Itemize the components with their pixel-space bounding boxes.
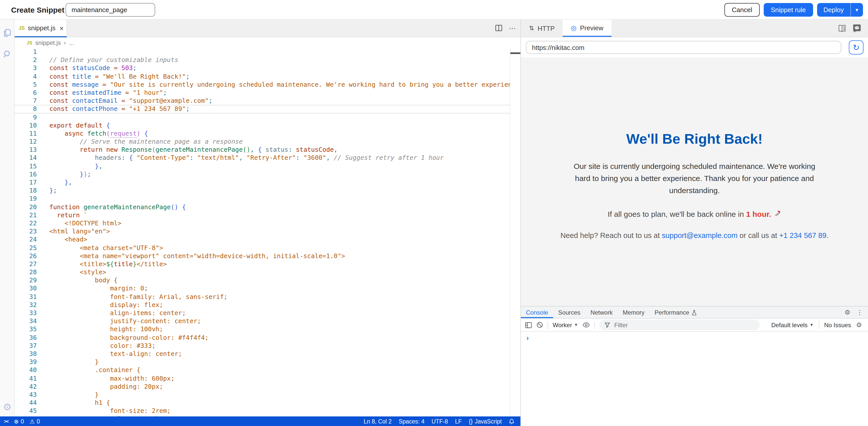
tab-snippet-js[interactable]: JS snippet.js × bbox=[14, 20, 67, 37]
more-actions-icon[interactable]: ⋯ bbox=[509, 24, 516, 32]
code-line[interactable]: 3const statusCode = 503; bbox=[14, 64, 510, 72]
code-line[interactable]: 22 <!DOCTYPE html> bbox=[14, 219, 510, 227]
cancel-button[interactable]: Cancel bbox=[724, 3, 760, 17]
devtools-more-icon[interactable]: ⋮ bbox=[857, 309, 863, 316]
tab-http[interactable]: ⇅ HTTP bbox=[521, 20, 563, 37]
files-icon[interactable] bbox=[0, 28, 14, 38]
code-line[interactable]: 6const estimatedTime = "1 hour"; bbox=[14, 89, 510, 97]
code-line[interactable]: 10export default { bbox=[14, 121, 510, 129]
code-line[interactable]: 15 }, bbox=[14, 162, 510, 170]
devtools-tab-memory[interactable]: Memory bbox=[618, 307, 650, 318]
code-line[interactable]: 13 return new Response(generateMaintenan… bbox=[14, 146, 510, 154]
code-text: async fetch(request) { bbox=[37, 130, 148, 138]
code-line[interactable]: 41 max-width: 600px; bbox=[14, 374, 510, 382]
code-line[interactable]: 37 color: #333; bbox=[14, 342, 510, 350]
code-line[interactable]: 26 <meta name="viewport" content="width=… bbox=[14, 252, 510, 260]
docs-book-icon[interactable] bbox=[837, 24, 847, 32]
line-number: 19 bbox=[14, 195, 37, 203]
breadcrumb-more[interactable]: ... bbox=[69, 39, 74, 46]
code-line[interactable]: 39 } bbox=[14, 358, 510, 366]
code-line[interactable]: 23<html lang="en"> bbox=[14, 227, 510, 235]
split-editor-icon[interactable] bbox=[495, 25, 502, 31]
code-line[interactable]: 38 text-align: center; bbox=[14, 350, 510, 358]
indentation[interactable]: Spaces: 4 bbox=[399, 418, 425, 424]
editor-scrollbar[interactable] bbox=[510, 48, 520, 417]
preview-url-input[interactable] bbox=[526, 41, 841, 54]
code-line[interactable]: 18}; bbox=[14, 187, 510, 195]
code-line[interactable]: 33 align-items: center; bbox=[14, 309, 510, 317]
code-line[interactable]: 19 bbox=[14, 195, 510, 203]
code-line[interactable]: 25 <meta charset="UTF-8"> bbox=[14, 244, 510, 252]
code-line[interactable]: 4const title = "We'll Be Right Back!"; bbox=[14, 72, 510, 80]
snippet-rule-button[interactable]: Snippet rule bbox=[764, 3, 813, 17]
devtools-tab-console[interactable]: Console bbox=[521, 307, 553, 318]
devtools-settings-gear-icon[interactable]: ⚙ bbox=[844, 309, 850, 316]
breadcrumb-file[interactable]: snippet.js bbox=[35, 39, 61, 46]
devtools-tab-network[interactable]: Network bbox=[585, 307, 618, 318]
error-icon: ⊗ bbox=[14, 418, 19, 425]
problems-errors[interactable]: ⊗ 0 bbox=[14, 418, 24, 425]
console-output[interactable]: › bbox=[521, 332, 868, 426]
deploy-dropdown-button[interactable]: ▼ bbox=[851, 3, 863, 17]
code-line[interactable]: 42 padding: 20px; bbox=[14, 382, 510, 391]
context-selector[interactable]: Worker ▼ bbox=[553, 321, 578, 329]
code-line[interactable]: 17 }, bbox=[14, 178, 510, 187]
code-text: <style> bbox=[37, 268, 106, 276]
search-icon[interactable] bbox=[0, 49, 14, 59]
code-line[interactable]: 1 bbox=[14, 48, 510, 56]
console-sidebar-icon[interactable] bbox=[525, 322, 532, 328]
code-line[interactable]: 20function generateMaintenancePage() { bbox=[14, 203, 510, 211]
code-editor[interactable]: 12// Define your customizable inputs3con… bbox=[14, 48, 510, 417]
code-line[interactable]: 28 <style> bbox=[14, 268, 510, 276]
code-line[interactable]: 29 body { bbox=[14, 277, 510, 285]
code-line[interactable]: 9 bbox=[14, 113, 510, 121]
code-line[interactable]: 30 margin: 0; bbox=[14, 285, 510, 293]
deploy-button[interactable]: Deploy bbox=[817, 3, 850, 17]
filter-input[interactable] bbox=[613, 321, 755, 329]
code-line[interactable]: 34 justify-content: center; bbox=[14, 317, 510, 325]
code-line[interactable]: 16 }); bbox=[14, 170, 510, 178]
code-line[interactable]: 12 // Serve the maintenance page as a re… bbox=[14, 138, 510, 146]
console-settings-gear-icon[interactable]: ⚙ bbox=[856, 321, 862, 329]
tab-close-icon[interactable]: × bbox=[59, 24, 63, 32]
support-email-link[interactable]: support@example.com bbox=[662, 232, 738, 240]
problems-warnings[interactable]: ⚠ 0 bbox=[29, 418, 40, 425]
log-levels-selector[interactable]: Default levels ▼ bbox=[771, 321, 814, 329]
code-line[interactable]: 44 h1 { bbox=[14, 399, 510, 407]
line-number: 1 bbox=[14, 48, 37, 56]
code-line[interactable]: 32 display: flex; bbox=[14, 301, 510, 309]
live-expression-eye-icon[interactable] bbox=[583, 322, 590, 328]
code-line[interactable]: 5const message = "Our site is currently … bbox=[14, 81, 510, 89]
code-line[interactable]: 8const contactPhone = "+1 234 567 89"; bbox=[14, 105, 510, 113]
eol-sequence[interactable]: LF bbox=[455, 418, 462, 424]
cursor-position[interactable]: Ln 8, Col 2 bbox=[364, 418, 392, 424]
code-line[interactable]: 40 .container { bbox=[14, 366, 510, 374]
code-line[interactable]: 2// Define your customizable inputs bbox=[14, 56, 510, 64]
code-line[interactable]: 45 font-size: 2rem; bbox=[14, 407, 510, 415]
code-text: return ` bbox=[37, 211, 87, 219]
phone-link[interactable]: +1 234 567 89 bbox=[779, 232, 826, 240]
tab-preview[interactable]: ◎ Preview bbox=[563, 20, 611, 37]
notifications-bell-icon[interactable] bbox=[509, 418, 514, 424]
encoding[interactable]: UTF-8 bbox=[432, 418, 448, 424]
remote-indicator-icon[interactable]: >< bbox=[4, 419, 8, 424]
code-line[interactable]: 31 font-family: Arial, sans-serif; bbox=[14, 293, 510, 301]
discord-icon[interactable] bbox=[852, 23, 862, 33]
code-line[interactable]: 36 background-color: #f4f4f4; bbox=[14, 334, 510, 342]
devtools-tab-performance[interactable]: Performance bbox=[650, 307, 702, 318]
code-line[interactable]: 27 <title>${title}</title> bbox=[14, 260, 510, 268]
snippet-name-input[interactable] bbox=[65, 3, 155, 17]
code-line[interactable]: 11 async fetch(request) { bbox=[14, 130, 510, 138]
settings-gear-icon[interactable]: ⚙ bbox=[0, 401, 14, 413]
code-line[interactable]: 35 height: 100vh; bbox=[14, 325, 510, 334]
code-line[interactable]: 7const contactEmail = "support@example.c… bbox=[14, 97, 510, 105]
language-mode[interactable]: {} JavaScript bbox=[469, 418, 502, 424]
devtools-tab-sources[interactable]: Sources bbox=[553, 307, 585, 318]
code-line[interactable]: 21 return ` bbox=[14, 211, 510, 219]
code-line[interactable]: 14 headers: { "Content-Type": "text/html… bbox=[14, 154, 510, 162]
code-line[interactable]: 24 <head> bbox=[14, 236, 510, 244]
code-line[interactable]: 43 } bbox=[14, 391, 510, 399]
clear-console-icon[interactable] bbox=[536, 322, 543, 328]
issues-counter[interactable]: No Issues bbox=[824, 321, 851, 329]
refresh-button[interactable]: ↻ bbox=[849, 40, 864, 54]
